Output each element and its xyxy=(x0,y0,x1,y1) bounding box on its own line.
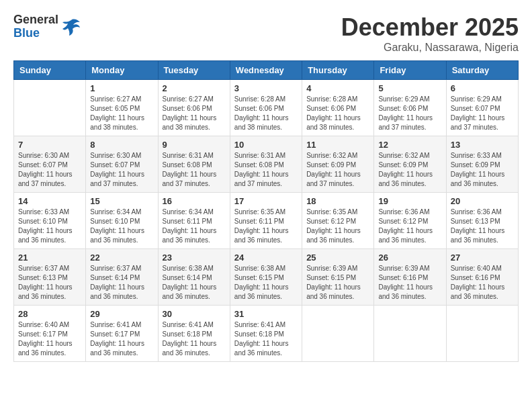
title-block: December 2025 Garaku, Nassarawa, Nigeria xyxy=(341,13,519,54)
day-number: 10 xyxy=(234,140,298,150)
calendar-cell: 1 Sunrise: 6:27 AM Sunset: 6:05 PM Dayli… xyxy=(86,80,158,136)
day-info: Sunrise: 6:33 AM Sunset: 6:10 PM Dayligh… xyxy=(18,208,81,245)
sunset-text: Sunset: 6:15 PM xyxy=(234,274,284,281)
day-number: 21 xyxy=(18,253,81,263)
calendar-cell: 19 Sunrise: 6:36 AM Sunset: 6:12 PM Dayl… xyxy=(374,193,446,249)
day-info: Sunrise: 6:39 AM Sunset: 6:15 PM Dayligh… xyxy=(306,264,369,302)
calendar-cell: 17 Sunrise: 6:35 AM Sunset: 6:11 PM Dayl… xyxy=(230,193,302,249)
day-info: Sunrise: 6:30 AM Sunset: 6:07 PM Dayligh… xyxy=(18,151,81,189)
calendar-week-row: 14 Sunrise: 6:33 AM Sunset: 6:10 PM Dayl… xyxy=(14,193,519,249)
daylight-text: Daylight: 11 hours and 37 minutes. xyxy=(163,171,217,187)
calendar-cell: 28 Sunrise: 6:40 AM Sunset: 6:17 PM Dayl… xyxy=(14,306,86,362)
day-number: 23 xyxy=(163,253,226,263)
day-info: Sunrise: 6:35 AM Sunset: 6:12 PM Dayligh… xyxy=(306,208,369,245)
calendar-cell: 27 Sunrise: 6:40 AM Sunset: 6:16 PM Dayl… xyxy=(446,249,518,306)
calendar-week-row: 28 Sunrise: 6:40 AM Sunset: 6:17 PM Dayl… xyxy=(14,306,519,362)
day-info: Sunrise: 6:38 AM Sunset: 6:15 PM Dayligh… xyxy=(234,264,298,302)
column-header-thursday: Thursday xyxy=(302,61,374,80)
calendar-cell xyxy=(374,306,446,362)
calendar-cell: 5 Sunrise: 6:29 AM Sunset: 6:06 PM Dayli… xyxy=(374,80,446,136)
column-header-sunday: Sunday xyxy=(14,61,86,80)
calendar-cell: 29 Sunrise: 6:41 AM Sunset: 6:17 PM Dayl… xyxy=(86,306,158,362)
day-info: Sunrise: 6:32 AM Sunset: 6:09 PM Dayligh… xyxy=(306,151,369,189)
calendar-cell: 2 Sunrise: 6:27 AM Sunset: 6:06 PM Dayli… xyxy=(158,80,230,136)
calendar-cell: 26 Sunrise: 6:39 AM Sunset: 6:16 PM Dayl… xyxy=(374,249,446,306)
sunset-text: Sunset: 6:05 PM xyxy=(90,105,140,112)
sunset-text: Sunset: 6:13 PM xyxy=(18,274,68,281)
calendar-week-row: 21 Sunrise: 6:37 AM Sunset: 6:13 PM Dayl… xyxy=(14,249,519,306)
sunrise-text: Sunrise: 6:28 AM xyxy=(306,95,357,103)
daylight-text: Daylight: 11 hours and 36 minutes. xyxy=(163,227,217,244)
sunset-text: Sunset: 6:06 PM xyxy=(378,105,428,112)
day-number: 2 xyxy=(163,83,226,93)
day-number: 1 xyxy=(90,83,153,93)
calendar-cell: 10 Sunrise: 6:31 AM Sunset: 6:08 PM Dayl… xyxy=(230,136,302,193)
sunset-text: Sunset: 6:08 PM xyxy=(234,161,284,169)
day-info: Sunrise: 6:29 AM Sunset: 6:06 PM Dayligh… xyxy=(378,95,441,132)
day-info: Sunrise: 6:28 AM Sunset: 6:06 PM Dayligh… xyxy=(234,95,298,132)
sunrise-text: Sunrise: 6:39 AM xyxy=(378,265,429,272)
day-number: 17 xyxy=(234,196,298,206)
day-info: Sunrise: 6:34 AM Sunset: 6:10 PM Dayligh… xyxy=(90,208,153,245)
day-info: Sunrise: 6:29 AM Sunset: 6:07 PM Dayligh… xyxy=(451,95,514,132)
calendar-header-row: SundayMondayTuesdayWednesdayThursdayFrid… xyxy=(14,61,519,80)
day-info: Sunrise: 6:28 AM Sunset: 6:06 PM Dayligh… xyxy=(306,95,369,132)
calendar-cell: 4 Sunrise: 6:28 AM Sunset: 6:06 PM Dayli… xyxy=(302,80,374,136)
daylight-text: Daylight: 11 hours and 38 minutes. xyxy=(90,114,144,131)
daylight-text: Daylight: 11 hours and 36 minutes. xyxy=(451,283,505,300)
day-info: Sunrise: 6:31 AM Sunset: 6:08 PM Dayligh… xyxy=(234,151,298,189)
daylight-text: Daylight: 11 hours and 37 minutes. xyxy=(234,171,289,187)
day-number: 7 xyxy=(18,140,81,150)
day-number: 11 xyxy=(306,140,369,150)
sunset-text: Sunset: 6:06 PM xyxy=(234,105,284,112)
day-number: 19 xyxy=(378,196,441,206)
day-info: Sunrise: 6:27 AM Sunset: 6:05 PM Dayligh… xyxy=(90,95,153,132)
daylight-text: Daylight: 11 hours and 36 minutes. xyxy=(90,283,144,300)
sunrise-text: Sunrise: 6:30 AM xyxy=(18,152,69,159)
calendar-cell: 23 Sunrise: 6:38 AM Sunset: 6:14 PM Dayl… xyxy=(158,249,230,306)
sunrise-text: Sunrise: 6:38 AM xyxy=(163,265,214,272)
calendar-cell: 8 Sunrise: 6:30 AM Sunset: 6:07 PM Dayli… xyxy=(86,136,158,193)
sunrise-text: Sunrise: 6:35 AM xyxy=(306,208,357,216)
daylight-text: Daylight: 11 hours and 36 minutes. xyxy=(378,227,433,244)
sunrise-text: Sunrise: 6:36 AM xyxy=(451,208,502,216)
day-number: 5 xyxy=(378,83,441,93)
calendar-cell: 31 Sunrise: 6:41 AM Sunset: 6:18 PM Dayl… xyxy=(230,306,302,362)
sunrise-text: Sunrise: 6:27 AM xyxy=(163,95,214,103)
sunrise-text: Sunrise: 6:41 AM xyxy=(163,321,214,328)
sunrise-text: Sunrise: 6:29 AM xyxy=(451,95,502,103)
daylight-text: Daylight: 11 hours and 36 minutes. xyxy=(234,340,289,357)
sunset-text: Sunset: 6:16 PM xyxy=(451,274,500,281)
sunset-text: Sunset: 6:06 PM xyxy=(306,105,356,112)
calendar-cell: 18 Sunrise: 6:35 AM Sunset: 6:12 PM Dayl… xyxy=(302,193,374,249)
day-number: 6 xyxy=(451,83,514,93)
daylight-text: Daylight: 11 hours and 37 minutes. xyxy=(306,171,361,187)
daylight-text: Daylight: 11 hours and 36 minutes. xyxy=(234,227,289,244)
day-number: 12 xyxy=(378,140,441,150)
sunset-text: Sunset: 6:17 PM xyxy=(90,330,140,338)
calendar-week-row: 1 Sunrise: 6:27 AM Sunset: 6:05 PM Dayli… xyxy=(14,80,519,136)
calendar-cell xyxy=(446,306,518,362)
sunset-text: Sunset: 6:15 PM xyxy=(306,274,356,281)
daylight-text: Daylight: 11 hours and 36 minutes. xyxy=(18,227,73,244)
calendar-cell xyxy=(14,80,86,136)
day-number: 22 xyxy=(90,253,153,263)
sunrise-text: Sunrise: 6:30 AM xyxy=(90,152,141,159)
day-info: Sunrise: 6:39 AM Sunset: 6:16 PM Dayligh… xyxy=(378,264,441,302)
day-info: Sunrise: 6:36 AM Sunset: 6:13 PM Dayligh… xyxy=(451,208,514,245)
sunset-text: Sunset: 6:11 PM xyxy=(163,218,212,225)
day-number: 20 xyxy=(451,196,514,206)
location-subtitle: Garaku, Nassarawa, Nigeria xyxy=(341,42,519,54)
daylight-text: Daylight: 11 hours and 36 minutes. xyxy=(90,227,144,244)
sunset-text: Sunset: 6:09 PM xyxy=(451,161,500,169)
daylight-text: Daylight: 11 hours and 37 minutes. xyxy=(18,171,73,187)
daylight-text: Daylight: 11 hours and 36 minutes. xyxy=(163,283,217,300)
daylight-text: Daylight: 11 hours and 36 minutes. xyxy=(378,171,433,187)
day-number: 18 xyxy=(306,196,369,206)
day-number: 26 xyxy=(378,253,441,263)
calendar-table: SundayMondayTuesdayWednesdayThursdayFrid… xyxy=(13,60,519,362)
day-info: Sunrise: 6:32 AM Sunset: 6:09 PM Dayligh… xyxy=(378,151,441,189)
sunset-text: Sunset: 6:07 PM xyxy=(90,161,140,169)
day-info: Sunrise: 6:35 AM Sunset: 6:11 PM Dayligh… xyxy=(234,208,298,245)
sunrise-text: Sunrise: 6:27 AM xyxy=(90,95,141,103)
